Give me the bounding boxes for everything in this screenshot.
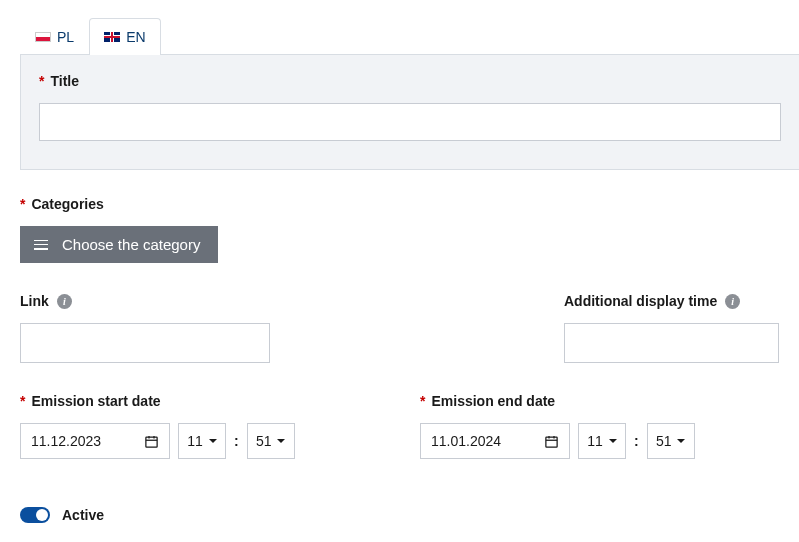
emission-end-field: * Emission end date 11.01.2024 11 : 51: [420, 393, 720, 459]
emission-start-label: * Emission start date: [20, 393, 161, 409]
active-label: Active: [62, 507, 104, 523]
emission-end-label: * Emission end date: [420, 393, 555, 409]
info-icon[interactable]: i: [57, 294, 72, 309]
emission-end-date-input[interactable]: 11.01.2024: [420, 423, 570, 459]
emission-start-field: * Emission start date 11.12.2023 11 : 51: [20, 393, 320, 459]
chevron-down-icon: [277, 439, 285, 443]
emission-start-date-input[interactable]: 11.12.2023: [20, 423, 170, 459]
tab-en[interactable]: EN: [89, 18, 160, 55]
time-separator: :: [634, 433, 639, 449]
categories-section: * Categories Choose the category: [18, 196, 799, 263]
title-panel: * Title: [20, 54, 799, 170]
tab-en-label: EN: [126, 29, 145, 45]
flag-uk-icon: [104, 32, 120, 42]
choose-category-button[interactable]: Choose the category: [20, 226, 218, 263]
link-label: Link i: [20, 293, 72, 309]
chevron-down-icon: [209, 439, 217, 443]
additional-display-time-input[interactable]: [564, 323, 779, 363]
categories-label: * Categories: [20, 196, 104, 212]
active-toggle[interactable]: [20, 507, 50, 523]
additional-display-time-field: Additional display time i: [564, 293, 779, 363]
additional-display-time-label: Additional display time i: [564, 293, 740, 309]
active-field: Active: [18, 507, 799, 523]
chevron-down-icon: [677, 439, 685, 443]
info-icon[interactable]: i: [725, 294, 740, 309]
required-star-icon: *: [420, 393, 425, 409]
time-separator: :: [234, 433, 239, 449]
tab-pl-label: PL: [57, 29, 74, 45]
required-star-icon: *: [20, 196, 25, 212]
chevron-down-icon: [609, 439, 617, 443]
link-field: Link i: [20, 293, 270, 363]
emission-start-hour-select[interactable]: 11: [178, 423, 226, 459]
emission-end-hour-select[interactable]: 11: [578, 423, 626, 459]
calendar-icon: [544, 434, 559, 449]
list-icon: [34, 240, 48, 250]
flag-pl-icon: [35, 32, 51, 42]
title-input[interactable]: [39, 103, 781, 141]
required-star-icon: *: [39, 73, 44, 89]
tab-pl[interactable]: PL: [20, 18, 89, 55]
svg-rect-0: [146, 437, 157, 447]
link-input[interactable]: [20, 323, 270, 363]
language-tabs: PL EN: [20, 18, 799, 55]
title-label: * Title: [39, 73, 79, 89]
svg-rect-4: [546, 437, 557, 447]
toggle-knob: [36, 509, 48, 521]
required-star-icon: *: [20, 393, 25, 409]
emission-end-minute-select[interactable]: 51: [647, 423, 695, 459]
calendar-icon: [144, 434, 159, 449]
emission-start-minute-select[interactable]: 51: [247, 423, 295, 459]
